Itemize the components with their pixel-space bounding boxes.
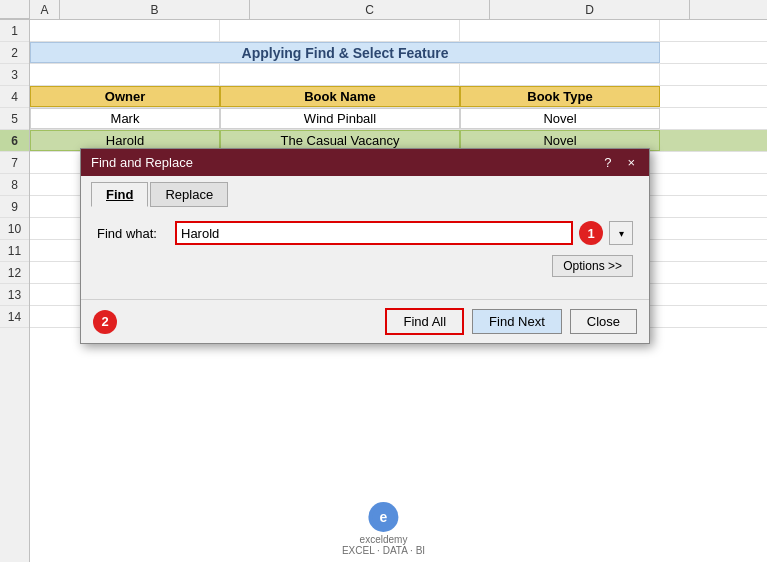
row-num-14: 14: [0, 306, 29, 328]
watermark-logo: e: [369, 502, 399, 532]
find-row: Find what: 1 ▾: [97, 221, 633, 245]
row-num-1: 1: [0, 20, 29, 42]
corner-cell: [0, 0, 30, 19]
tab-replace[interactable]: Replace: [150, 182, 228, 207]
row-num-3: 3: [0, 64, 29, 86]
cell-3b: [30, 64, 220, 85]
cell-book-name-1: Wind Pinball: [220, 108, 460, 129]
dialog-close-x-button[interactable]: ×: [623, 155, 639, 170]
find-replace-dialog: Find and Replace ? × Find Replace Find w…: [80, 148, 650, 344]
row-num-9: 9: [0, 196, 29, 218]
watermark: e exceldemy EXCEL · DATA · BI: [342, 502, 425, 556]
dialog-title-buttons: ? ×: [600, 155, 639, 170]
row-num-10: 10: [0, 218, 29, 240]
dialog-footer: 2 Find All Find Next Close: [81, 299, 649, 343]
find-input-wrapper: 1 ▾: [175, 221, 633, 245]
options-button[interactable]: Options >>: [552, 255, 633, 277]
dialog-titlebar: Find and Replace ? ×: [81, 149, 649, 176]
footer-left: 2: [93, 310, 377, 334]
watermark-text-1: exceldemy: [360, 534, 408, 545]
grid-row-2: Applying Find & Select Feature: [30, 42, 767, 64]
tab-find[interactable]: Find: [91, 182, 148, 207]
cell-book-type-1: Novel: [460, 108, 660, 129]
close-button[interactable]: Close: [570, 309, 637, 334]
column-header-row: A B C D: [0, 0, 767, 20]
watermark-icon: e: [373, 506, 395, 528]
row-num-7: 7: [0, 152, 29, 174]
col-header-c: C: [250, 0, 490, 19]
cell-1d: [460, 20, 660, 41]
badge-2: 2: [93, 310, 117, 334]
header-book-type: Book Type: [460, 86, 660, 107]
grid-row-1: [30, 20, 767, 42]
find-next-button[interactable]: Find Next: [472, 309, 562, 334]
row-num-6: 6: [0, 130, 29, 152]
grid-row-5: Mark Wind Pinball Novel: [30, 108, 767, 130]
row-num-13: 13: [0, 284, 29, 306]
row-num-5: 5: [0, 108, 29, 130]
cell-3c: [220, 64, 460, 85]
dialog-help-button[interactable]: ?: [600, 155, 615, 170]
cell-1c: [220, 20, 460, 41]
row-num-2: 2: [0, 42, 29, 64]
cell-owner-1: Mark: [30, 108, 220, 129]
row-num-12: 12: [0, 262, 29, 284]
find-dropdown-button[interactable]: ▾: [609, 221, 633, 245]
row-num-4: 4: [0, 86, 29, 108]
find-label: Find what:: [97, 226, 167, 241]
col-header-b: B: [60, 0, 250, 19]
col-header-d: D: [490, 0, 690, 19]
title-cell: Applying Find & Select Feature: [30, 42, 660, 63]
watermark-text-2: EXCEL · DATA · BI: [342, 545, 425, 556]
header-owner: Owner: [30, 86, 220, 107]
grid-row-3: [30, 64, 767, 86]
find-all-button[interactable]: Find All: [385, 308, 464, 335]
row-num-8: 8: [0, 174, 29, 196]
row-numbers: 1 2 3 4 5 6 7 8 9 10 11 12 13 14: [0, 20, 30, 562]
dialog-content: Find what: 1 ▾ Options >>: [81, 207, 649, 299]
row-num-11: 11: [0, 240, 29, 262]
cell-3d: [460, 64, 660, 85]
cell-1b: [30, 20, 220, 41]
badge-1: 1: [579, 221, 603, 245]
find-what-input[interactable]: [175, 221, 573, 245]
grid-row-4: Owner Book Name Book Type: [30, 86, 767, 108]
svg-text:e: e: [380, 509, 388, 525]
col-header-a: A: [30, 0, 60, 19]
header-book-name: Book Name: [220, 86, 460, 107]
dialog-options-row: Options >>: [97, 255, 633, 277]
dialog-tabs: Find Replace: [81, 176, 649, 207]
dialog-title: Find and Replace: [91, 155, 193, 170]
